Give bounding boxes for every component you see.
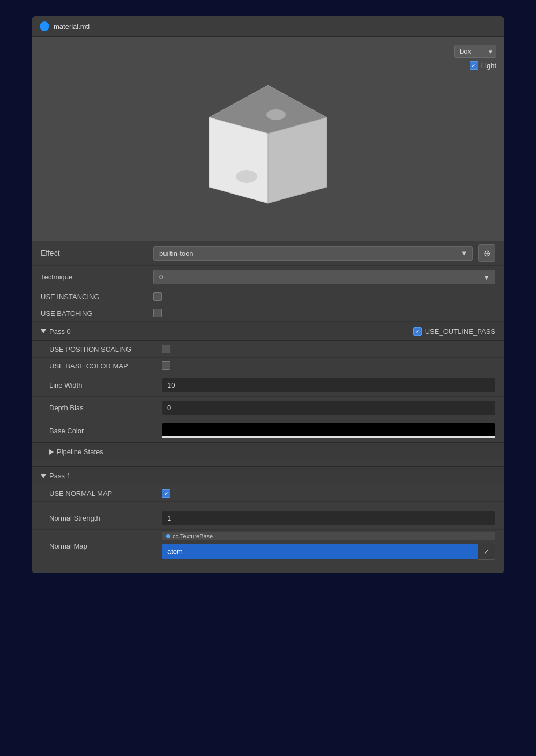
- normal-map-input-row: ⤢: [162, 543, 495, 560]
- pass0-collapse-icon: [41, 329, 46, 333]
- shape-dropdown[interactable]: box sphere cylinder: [454, 45, 496, 58]
- line-width-value-container: [162, 378, 495, 392]
- pass1-collapse-icon: [41, 474, 46, 478]
- normal-map-badge: cc.TextureBase: [162, 532, 495, 540]
- use-batching-label: USE BATCHING: [41, 309, 148, 317]
- normal-strength-value-container: [162, 511, 495, 525]
- pipeline-states-label-container: Pipeline States: [49, 448, 103, 456]
- effect-dropdown-container: builtin-toon ▼: [153, 246, 473, 261]
- base-color-label: Base Color: [49, 427, 157, 435]
- svg-point-3: [266, 109, 286, 120]
- base-color-swatch-container: [162, 423, 495, 438]
- normal-map-label: Normal Map: [49, 542, 157, 550]
- pass0-right-controls: USE_OUTLINE_PASS: [413, 327, 495, 336]
- base-color-swatch[interactable]: [162, 423, 495, 438]
- normal-strength-label: Normal Strength: [49, 514, 157, 522]
- technique-select-wrapper: 0 ▼: [153, 270, 495, 284]
- file-icon: [40, 21, 49, 31]
- use-outline-pass-checkbox[interactable]: [413, 327, 422, 336]
- use-base-color-map-checkbox[interactable]: [162, 361, 170, 370]
- spacer: [32, 502, 504, 507]
- material-panel: material.mtl box sphere: [32, 16, 504, 573]
- 3d-preview: [198, 69, 338, 226]
- preview-area: box sphere cylinder ▼ Light: [32, 37, 504, 241]
- line-width-input[interactable]: [162, 378, 495, 392]
- technique-row: Technique 0 ▼: [32, 266, 504, 288]
- use-instancing-label: USE INSTANCING: [41, 293, 148, 301]
- use-base-color-map-label: USE BASE COLOR MAP: [49, 362, 157, 370]
- normal-map-badge-text: cc.TextureBase: [173, 533, 213, 539]
- properties-section: Effect builtin-toon ▼ ⊕ Technique 0: [32, 241, 504, 573]
- depth-bias-value-container: [162, 401, 495, 415]
- use-instancing-row: USE INSTANCING: [32, 288, 504, 305]
- effect-add-button[interactable]: ⊕: [478, 244, 495, 262]
- depth-bias-row: Depth Bias: [32, 397, 504, 419]
- light-checkbox[interactable]: [470, 61, 478, 70]
- depth-bias-label: Depth Bias: [49, 404, 157, 412]
- pass1-label-container: Pass 1: [41, 472, 71, 480]
- use-base-color-map-row: USE BASE COLOR MAP: [32, 358, 504, 374]
- light-label: Light: [481, 62, 496, 70]
- pipeline-states-header[interactable]: Pipeline States: [32, 442, 504, 461]
- effect-dropdown[interactable]: builtin-toon: [153, 246, 473, 261]
- normal-map-inner: Normal Map cc.TextureBase ⤢: [49, 532, 495, 560]
- use-position-scaling-row: USE POSITION SCALING: [32, 341, 504, 358]
- depth-bias-input[interactable]: [162, 401, 495, 415]
- technique-dropdown[interactable]: 0: [153, 270, 495, 284]
- line-width-label: Line Width: [49, 381, 157, 389]
- technique-dropdown-container: 0 ▼: [153, 270, 495, 284]
- pipeline-states-label: Pipeline States: [57, 448, 103, 456]
- preview-controls: box sphere cylinder ▼ Light: [454, 45, 496, 70]
- technique-label: Technique: [41, 273, 148, 281]
- use-normal-map-checkbox[interactable]: [162, 489, 170, 498]
- use-batching-row: USE BATCHING: [32, 305, 504, 322]
- normal-map-browse-icon: ⤢: [483, 547, 489, 555]
- normal-map-badge-dot: [166, 534, 170, 538]
- use-position-scaling-label: USE POSITION SCALING: [49, 345, 157, 353]
- effect-add-icon: ⊕: [483, 248, 490, 258]
- normal-strength-input[interactable]: [162, 511, 495, 525]
- use-outline-pass-label: USE_OUTLINE_PASS: [425, 328, 495, 336]
- use-position-scaling-checkbox[interactable]: [162, 345, 170, 353]
- title-bar: material.mtl: [32, 16, 504, 37]
- shape-dropdown-wrapper[interactable]: box sphere cylinder ▼: [454, 45, 496, 58]
- effect-row: Effect builtin-toon ▼ ⊕: [32, 241, 504, 266]
- use-batching-checkbox[interactable]: [153, 309, 162, 317]
- pass1-header[interactable]: Pass 1: [32, 466, 504, 485]
- pass1-label: Pass 1: [49, 472, 71, 480]
- base-color-row: Base Color: [32, 419, 504, 442]
- normal-map-input[interactable]: [162, 544, 478, 559]
- light-checkbox-row: Light: [470, 61, 496, 70]
- use-normal-map-row: USE NORMAL MAP: [32, 485, 504, 502]
- panel-title: material.mtl: [54, 23, 90, 31]
- bottom-padding: [32, 562, 504, 573]
- normal-map-browse-button[interactable]: ⤢: [478, 543, 495, 560]
- use-instancing-checkbox[interactable]: [153, 292, 162, 301]
- box-svg: [198, 69, 338, 225]
- svg-point-4: [236, 170, 257, 183]
- pipeline-states-expand-icon: [49, 449, 54, 455]
- normal-map-row: Normal Map cc.TextureBase ⤢: [32, 530, 504, 562]
- pass0-label: Pass 0: [49, 328, 71, 336]
- normal-strength-row: Normal Strength: [32, 507, 504, 530]
- pass0-label-container: Pass 0: [41, 328, 71, 336]
- effect-select-wrapper: builtin-toon ▼: [153, 246, 473, 261]
- pass0-header[interactable]: Pass 0 USE_OUTLINE_PASS: [32, 322, 504, 341]
- normal-map-controls: cc.TextureBase ⤢: [162, 532, 495, 560]
- use-normal-map-label: USE NORMAL MAP: [49, 490, 157, 498]
- line-width-row: Line Width: [32, 374, 504, 397]
- effect-label: Effect: [41, 249, 148, 257]
